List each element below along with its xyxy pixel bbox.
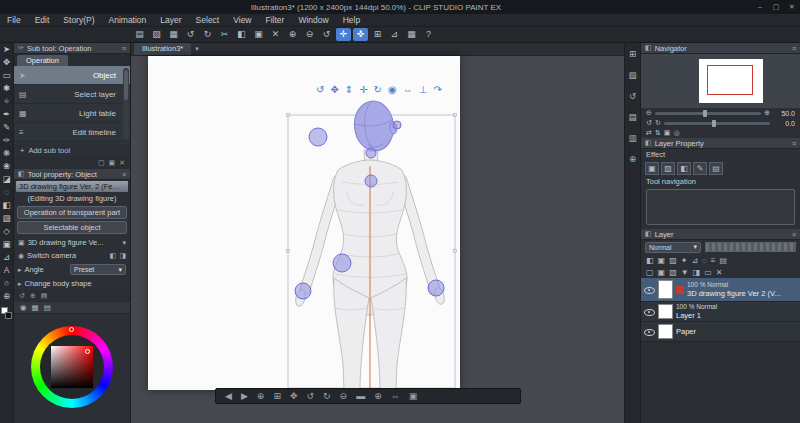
airbrush-tool-icon[interactable]: ❋: [0, 147, 14, 160]
rotate-left-icon[interactable]: ↺: [306, 389, 314, 403]
navigator-canvas-thumbnail[interactable]: [699, 59, 763, 103]
pen-tool-icon[interactable]: ✒: [0, 108, 14, 121]
rotate-slider[interactable]: [664, 122, 770, 125]
history-panel-icon[interactable]: ↺: [629, 91, 636, 101]
zoom-slider[interactable]: [655, 112, 761, 115]
copy-icon[interactable]: ◧: [234, 28, 249, 41]
layer-color-effect-icon[interactable]: ◧: [677, 162, 691, 175]
paste-icon[interactable]: ▣: [251, 28, 266, 41]
expander-icon[interactable]: ▸: [18, 280, 22, 288]
3d-figure-viewport[interactable]: [148, 56, 460, 390]
menu-item[interactable]: File: [0, 14, 28, 27]
snap-to-special-ruler-icon[interactable]: ✜: [353, 28, 368, 41]
new-vector-layer-icon[interactable]: ▣: [658, 268, 666, 277]
layer-row-paper[interactable]: Paper: [641, 322, 800, 342]
mannequin-figure[interactable]: [294, 99, 446, 390]
frame-border-tool-icon[interactable]: ▣: [0, 238, 14, 251]
zoom-out-icon[interactable]: ⊖: [646, 109, 652, 117]
add-subtool-button[interactable]: + Add sub tool: [14, 144, 130, 157]
subtool-scrollbar[interactable]: [123, 68, 129, 140]
menu-item[interactable]: Select: [189, 14, 227, 27]
zoom-tool-icon[interactable]: ⊕: [0, 290, 14, 303]
change-body-shape-row[interactable]: ▸ Change body shape: [14, 277, 130, 290]
snap-to-grid-icon[interactable]: ⊞: [370, 28, 385, 41]
delete-icon[interactable]: ✕: [268, 28, 283, 41]
rotate-left-icon[interactable]: ↺: [646, 119, 652, 127]
balloon-tool-icon[interactable]: ○: [0, 277, 14, 290]
tab-list-icon[interactable]: ▾: [195, 43, 199, 55]
auto-select-tool-icon[interactable]: ✱: [0, 82, 14, 95]
rotate-right-icon[interactable]: ↻: [655, 119, 661, 127]
reference-layer-icon[interactable]: ✦: [681, 256, 688, 265]
menu-item[interactable]: Window: [291, 14, 335, 27]
main-color-chip[interactable]: [5, 312, 12, 319]
zoom-in-icon[interactable]: ⊕: [374, 389, 382, 403]
delete-layer-icon[interactable]: ✕: [716, 268, 723, 277]
object-move-icon[interactable]: ✛: [359, 84, 367, 96]
text-tool-icon[interactable]: A: [0, 264, 14, 277]
panel-menu-icon[interactable]: ≡: [122, 45, 126, 52]
transfer-down-icon[interactable]: ▼: [681, 268, 689, 277]
merge-down-icon[interactable]: ◨: [693, 268, 701, 277]
prev-page-icon[interactable]: ◀: [225, 389, 232, 403]
cut-icon[interactable]: ✂: [217, 28, 232, 41]
fill-tool-icon[interactable]: ◧: [0, 199, 14, 212]
flip-horizontal-icon[interactable]: ⇄: [646, 129, 652, 137]
gradient-tool-icon[interactable]: ▨: [0, 212, 14, 225]
zoom-in-icon[interactable]: ⊕: [764, 109, 770, 117]
subtool-item-edit-timeline[interactable]: ≡ Edit timeline: [14, 123, 130, 142]
close-button[interactable]: ✕: [784, 0, 800, 14]
menu-item[interactable]: Layer: [153, 14, 188, 27]
minimize-button[interactable]: –: [752, 0, 768, 14]
mask-icon[interactable]: ▭: [704, 268, 712, 277]
zoom-slider-icon[interactable]: ▬: [356, 389, 365, 403]
panel-menu-icon[interactable]: ≡: [122, 171, 126, 178]
subtool-tab-operation[interactable]: Operation: [17, 55, 68, 66]
menu-item[interactable]: View: [226, 14, 258, 27]
tone-effect-icon[interactable]: ▨: [661, 162, 675, 175]
operation-transparent-part-button[interactable]: Operation of transparent part: [17, 206, 127, 219]
angle-preset-dropdown[interactable]: Preset ▾: [70, 264, 126, 275]
information-panel-icon[interactable]: ▤: [628, 112, 636, 122]
selectable-object-button[interactable]: Selectable object: [17, 221, 127, 234]
flip-horizontal-icon[interactable]: ⇔: [391, 389, 400, 403]
new-file-icon[interactable]: ▤: [132, 28, 147, 41]
layer-row-layer1[interactable]: 100 % Normal Layer 1: [641, 302, 800, 322]
object-rotate-3d-icon[interactable]: ◉: [388, 84, 397, 96]
reset-pose-icon[interactable]: ↷: [433, 84, 441, 96]
ruler-tool-icon[interactable]: ⊿: [0, 251, 14, 264]
layer-opacity-slider[interactable]: [705, 242, 796, 252]
item-bank-panel-icon[interactable]: ▥: [628, 133, 636, 143]
color-wheel-tab-icon[interactable]: ◉: [20, 303, 27, 312]
new-folder-icon[interactable]: ▧: [669, 268, 677, 277]
operation-tool-icon[interactable]: ➤: [0, 43, 14, 56]
next-page-icon[interactable]: ▶: [241, 389, 248, 403]
blend-tool-icon[interactable]: ◌: [0, 186, 14, 199]
snap-to-ruler-icon[interactable]: ✛: [336, 28, 351, 41]
panel-menu-icon[interactable]: ≡: [792, 140, 796, 147]
ruler-layer-icon[interactable]: ⊿: [691, 256, 698, 265]
camera-pan-icon[interactable]: ✥: [330, 84, 338, 96]
figure-tool-icon[interactable]: ◇: [0, 225, 14, 238]
layer-mask-icon[interactable]: ◌: [702, 256, 707, 265]
layer-palette-menu-icon[interactable]: ▤: [720, 256, 728, 265]
border-effect-icon[interactable]: ▣: [645, 162, 659, 175]
eraser-tool-icon[interactable]: ◪: [0, 173, 14, 186]
figure-select-row[interactable]: ▣ 3D drawing figure Ve... ▾: [14, 236, 130, 249]
checkbox-icon[interactable]: ▣: [18, 239, 25, 247]
undo-icon[interactable]: ↺: [183, 28, 198, 41]
menu-item[interactable]: Filter: [259, 14, 292, 27]
save-icon[interactable]: ▦: [166, 28, 181, 41]
menu-item[interactable]: Help: [336, 14, 367, 27]
extract-line-effect-icon[interactable]: ✎: [693, 162, 707, 175]
delete-subtool-icon[interactable]: ✕: [119, 159, 125, 167]
navigator-preview[interactable]: [641, 54, 800, 108]
quick-access-panel-icon[interactable]: ⊞: [629, 49, 636, 59]
zoom-tool-icon[interactable]: ⊕: [257, 389, 265, 403]
redo-icon[interactable]: ↻: [200, 28, 215, 41]
canvas-page[interactable]: ↺✥⇕✛↻◉⇔⊥↷: [148, 56, 460, 390]
visibility-eye-icon[interactable]: [644, 307, 655, 316]
subtool-item-select-layer[interactable]: ▤ Select layer: [14, 85, 130, 104]
search-panel-icon[interactable]: ⊕: [629, 154, 636, 164]
menu-item[interactable]: Animation: [102, 14, 154, 27]
